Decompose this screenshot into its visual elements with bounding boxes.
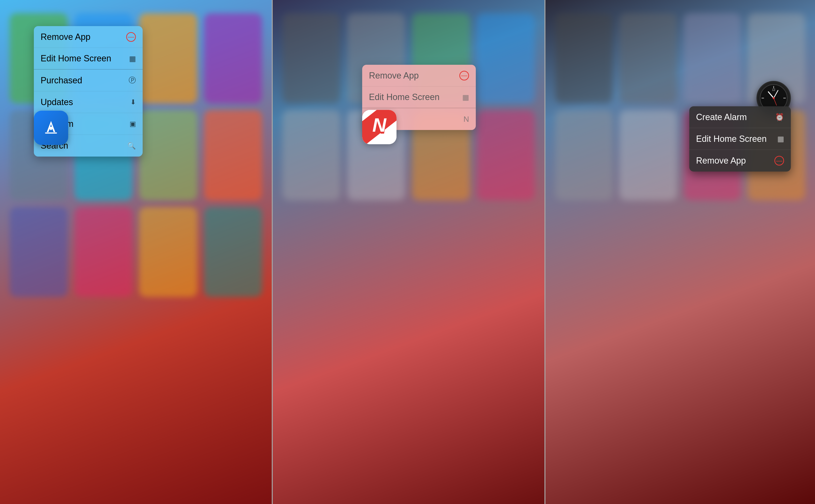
svg-point-10 [773, 97, 775, 99]
news-today-icon: N [464, 115, 469, 124]
clock-edit-home-icon: ▦ [777, 135, 784, 143]
blur-icon [74, 207, 132, 297]
updates-icon: ⬇ [130, 98, 136, 106]
remove-app-label: Remove App [41, 32, 90, 42]
remove-app-icon: — [126, 32, 136, 42]
search-icon: 🔍 [127, 142, 136, 150]
blur-icon [619, 110, 677, 200]
appstore-logo [40, 117, 62, 138]
clock-edit-home-label: Edit Home Screen [696, 134, 767, 144]
updates-label: Updates [41, 97, 73, 107]
clock-context-menu: Create Alarm ⏰ Edit Home Screen ▦ Remove… [689, 106, 791, 172]
menu-item-edit-home[interactable]: Edit Home Screen ▦ [34, 48, 143, 70]
news-edit-home-icon: ▦ [462, 93, 469, 101]
news-remove-icon: — [460, 71, 469, 80]
news-icon-inner: N N [362, 110, 396, 144]
clock-menu-remove-app[interactable]: Remove App — [689, 150, 791, 172]
purchased-icon: Ⓟ [129, 75, 136, 85]
menu-item-updates[interactable]: Updates ⬇ [34, 91, 143, 113]
news-edit-home-label: Edit Home Screen [369, 92, 440, 102]
blur-icon [555, 110, 613, 200]
right-screen: 12 Create Alarm ⏰ Edit Home Screen ▦ Rem… [546, 0, 815, 504]
menu-item-remove-app[interactable]: Remove App — [34, 26, 143, 48]
news-app-icon[interactable]: N N [362, 110, 396, 144]
blur-icon [139, 207, 197, 297]
divider-left-mid [272, 0, 273, 504]
svg-text:12: 12 [772, 88, 775, 92]
divider-mid-right [545, 0, 546, 504]
blur-icon [684, 13, 741, 103]
news-menu-edit-home[interactable]: Edit Home Screen ▦ [362, 86, 476, 108]
svg-rect-0 [45, 132, 57, 133]
blur-icon [204, 207, 262, 297]
edit-home-icon: ▦ [129, 54, 136, 63]
news-n-white: N [372, 115, 386, 135]
clock-menu-edit-home[interactable]: Edit Home Screen ▦ [689, 128, 791, 150]
clock-menu-create-alarm[interactable]: Create Alarm ⏰ [689, 106, 791, 128]
blur-icon [477, 110, 535, 200]
purchased-label: Purchased [41, 75, 82, 86]
blur-icon [619, 13, 677, 103]
middle-screen: Remove App — Edit Home Screen ▦ Today N … [273, 0, 545, 504]
blur-icon [282, 110, 340, 200]
blur-icon [10, 207, 68, 297]
blur-icon [139, 110, 197, 200]
create-alarm-label: Create Alarm [696, 112, 747, 122]
blur-icon [204, 13, 262, 103]
edit-home-label: Edit Home Screen [41, 53, 111, 64]
menu-item-purchased[interactable]: Purchased Ⓟ [34, 70, 143, 91]
appstore-app-icon[interactable] [34, 111, 68, 145]
clock-remove-icon: — [774, 156, 784, 166]
blur-icon [139, 13, 197, 103]
blur-icon [555, 13, 613, 103]
redeem-icon: ▣ [130, 120, 136, 128]
clock-remove-label: Remove App [696, 156, 746, 166]
news-menu-remove-app[interactable]: Remove App — [362, 65, 476, 86]
news-remove-label: Remove App [369, 71, 419, 81]
blur-icon [477, 13, 535, 103]
create-alarm-icon: ⏰ [775, 113, 784, 121]
blur-icon [204, 110, 262, 200]
left-screen: Remove App — Edit Home Screen ▦ Purchase… [0, 0, 272, 504]
right-app-grid [546, 0, 815, 504]
blur-icon [282, 13, 340, 103]
